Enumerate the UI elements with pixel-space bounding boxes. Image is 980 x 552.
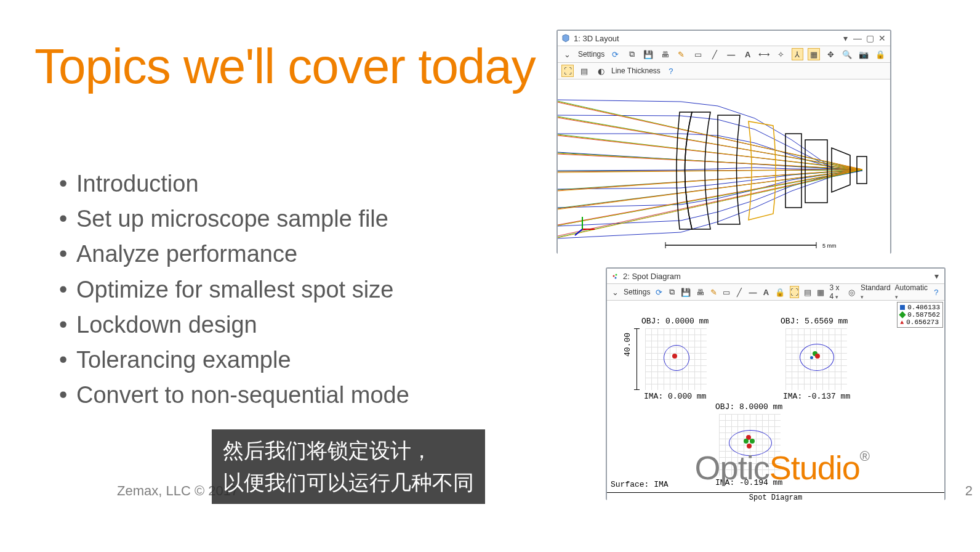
mode-dropdown-1[interactable]: Standard <box>861 283 891 301</box>
print-icon[interactable]: 🖶 <box>659 48 671 60</box>
window-3d-layout: 1: 3D Layout ▾ — ▢ ✕ ⌄ Settings ⟳ ⧉ 💾 🖶 … <box>556 30 891 254</box>
minimize-icon[interactable]: — <box>853 33 862 43</box>
move-icon[interactable]: ✥ <box>824 48 837 60</box>
grid-size-dropdown[interactable]: 3 x 4 <box>830 283 843 301</box>
bullet-list: Introduction Set up microscope sample fi… <box>34 166 409 413</box>
spot-ima-label: IMA: 0.000 mm <box>644 392 706 401</box>
pencil-icon[interactable]: ✎ <box>709 286 718 298</box>
bullet-item: Lockdown design <box>59 307 409 342</box>
page-number: 2 <box>965 483 973 499</box>
spot-point <box>810 356 813 359</box>
target-icon[interactable]: ◎ <box>848 286 856 298</box>
refresh-icon[interactable]: ⟳ <box>609 48 621 60</box>
dropdown-icon[interactable]: ▾ <box>932 271 941 281</box>
logo-part2: Studio <box>769 449 860 486</box>
rect-icon[interactable]: ▭ <box>722 286 731 298</box>
copy-icon[interactable]: ⧉ <box>625 48 638 60</box>
spot-obj-label: OBJ: 5.6569 mm <box>781 317 848 326</box>
help-icon[interactable]: ? <box>932 286 941 298</box>
grid-icon[interactable]: ▦ <box>808 48 820 60</box>
airy-disk <box>664 345 689 371</box>
fit-icon[interactable]: ⛶ <box>561 65 574 77</box>
expand-icon[interactable]: ⌄ <box>611 286 619 298</box>
maximize-icon[interactable]: ▢ <box>866 33 874 43</box>
settings-button[interactable]: Settings <box>624 288 650 296</box>
dash-icon[interactable]: — <box>725 48 737 60</box>
logo-part1: Optic <box>695 449 769 486</box>
compass-icon[interactable]: ✧ <box>775 48 787 60</box>
axis-tick <box>634 328 640 329</box>
app-icon <box>561 34 570 43</box>
rect-icon[interactable]: ▭ <box>692 48 704 60</box>
toolbar-primary: ⌄ Settings ⟳ ⧉ 💾 🖶 ✎ ▭ ╱ — A ⟷ ✧ ⅄ ▦ ✥ 🔍… <box>558 46 890 63</box>
help-icon[interactable]: ? <box>665 65 677 77</box>
spot-point <box>747 444 752 448</box>
toolbar-primary: ⌄ Settings ⟳ ⧉ 💾 🖶 ✎ ▭ ╱ — A 🔒 ⛶ ▤ ▦ 3 x… <box>607 284 944 301</box>
svg-point-9 <box>613 275 615 277</box>
spot-centroid <box>672 354 677 359</box>
print-icon[interactable]: 🖶 <box>696 286 705 298</box>
zoom-icon[interactable]: 🔍 <box>841 48 853 60</box>
surface-label: Surface: IMA <box>611 480 669 489</box>
slide-title: Topics we'll cover today <box>34 38 536 95</box>
bullet-item: Introduction <box>59 166 409 201</box>
spot-app-icon <box>611 272 619 280</box>
grid-toggle-icon[interactable]: ▦ <box>816 286 825 298</box>
axis-tick <box>634 389 640 390</box>
window-titlebar[interactable]: 1: 3D Layout ▾ — ▢ ✕ <box>558 31 890 46</box>
window-titlebar[interactable]: 2: Spot Diagram ▾ <box>607 269 944 284</box>
fit-icon[interactable]: ⛶ <box>790 286 799 298</box>
bullet-item: Optimize for smallest spot size <box>59 272 409 307</box>
svg-point-10 <box>616 274 617 276</box>
spot-point <box>750 439 755 444</box>
window-title-text: 1: 3D Layout <box>574 34 619 43</box>
chart-footer-label: Spot Diagram <box>607 493 944 502</box>
legend-label: 0.486133 <box>907 304 940 311</box>
text-icon[interactable]: A <box>742 48 754 60</box>
line-icon[interactable]: ╱ <box>735 286 744 298</box>
legend-swatch <box>899 311 906 318</box>
copy-icon[interactable]: ⧉ <box>667 286 676 298</box>
spot-ima-label: IMA: -0.137 mm <box>783 392 850 401</box>
wavelength-legend: 0.486133 0.587562 ▲0.656273 <box>897 302 943 328</box>
caption-line: 以便我们可以运行几种不同 <box>223 466 474 499</box>
toolbar-secondary: ⛶ ▤ ◐ Line Thickness ? <box>558 63 890 79</box>
spot-point <box>815 354 820 359</box>
svg-rect-1 <box>805 140 827 203</box>
caption-line: 然后我们将锁定设计， <box>223 434 474 467</box>
divider <box>607 492 944 493</box>
mode-dropdown-2[interactable]: Automatic <box>895 283 928 301</box>
line-thickness-dropdown[interactable]: Line Thickness <box>611 67 661 75</box>
logo-registered: ® <box>860 448 869 464</box>
bullet-item: Set up microscope sample file <box>59 201 409 236</box>
page-icon[interactable]: ▤ <box>803 286 812 298</box>
expand-icon[interactable]: ⌄ <box>561 48 574 60</box>
svg-point-11 <box>615 277 617 279</box>
axis-label: 40.00 <box>623 333 632 357</box>
save-icon[interactable]: 💾 <box>642 48 654 60</box>
subtitle-caption: 然后我们将锁定设计， 以便我们可以运行几种不同 <box>212 429 485 504</box>
lock-icon[interactable]: 🔒 <box>774 286 785 298</box>
camera-icon[interactable]: 📷 <box>857 48 870 60</box>
circle-icon[interactable]: ◐ <box>595 65 607 77</box>
dash-icon[interactable]: — <box>748 286 757 298</box>
lock-icon[interactable]: 🔒 <box>874 48 886 60</box>
canvas-3d-layout[interactable]: 5 mm <box>558 79 890 254</box>
spot-obj-label: OBJ: 0.0000 mm <box>641 317 709 326</box>
pencil-icon[interactable]: ✎ <box>675 48 688 60</box>
line-icon[interactable]: ╱ <box>709 48 721 60</box>
page-icon[interactable]: ▤ <box>578 65 590 77</box>
axis-line <box>637 328 637 390</box>
dropdown-icon[interactable]: ▾ <box>841 33 849 43</box>
legend-swatch <box>900 305 905 310</box>
dimension-icon[interactable]: ⟷ <box>758 48 771 60</box>
axes-icon[interactable]: ⅄ <box>792 48 804 60</box>
legend-label: 0.656273 <box>906 319 939 326</box>
text-icon[interactable]: A <box>761 286 770 298</box>
save-icon[interactable]: 💾 <box>680 286 691 298</box>
legend-swatch: ▲ <box>900 319 904 326</box>
refresh-icon[interactable]: ⟳ <box>654 286 663 298</box>
bullet-item: Analyze performance <box>59 237 409 271</box>
close-icon[interactable]: ✕ <box>878 33 886 43</box>
settings-button[interactable]: Settings <box>578 50 604 59</box>
